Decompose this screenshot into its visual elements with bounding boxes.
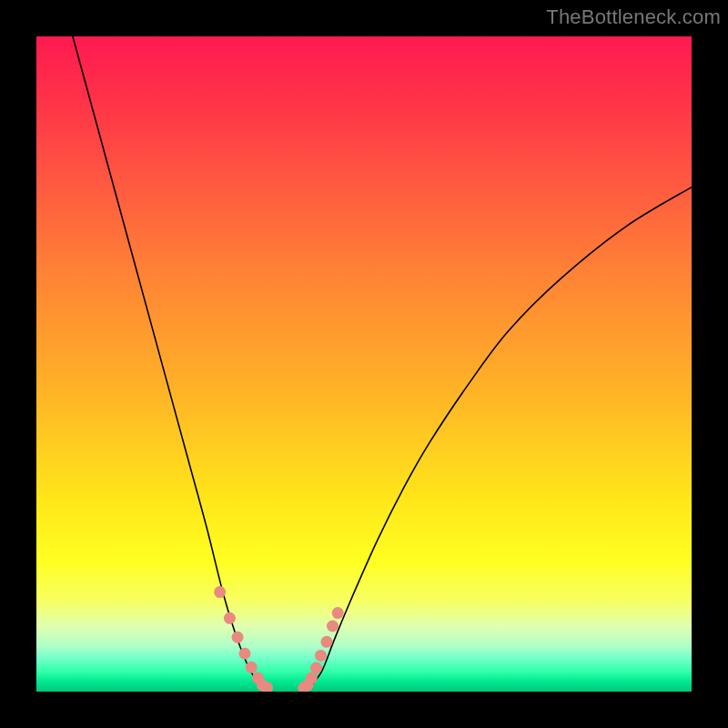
beads-right: [298, 607, 343, 692]
bead: [332, 607, 344, 619]
curve-left: [69, 36, 262, 688]
beads-left: [214, 586, 273, 692]
bead: [246, 662, 258, 673]
curve-right: [308, 187, 692, 689]
bead: [214, 586, 226, 598]
bead: [232, 632, 244, 643]
curve-layer: [36, 36, 692, 692]
bead: [310, 662, 322, 674]
chart-frame: TheBottleneck.com: [0, 0, 728, 728]
bead: [238, 648, 250, 660]
bead: [327, 621, 339, 632]
plot-area: [36, 36, 692, 692]
bead: [224, 612, 236, 624]
watermark-text: TheBottleneck.com: [546, 5, 721, 29]
bead: [315, 650, 327, 662]
bead: [320, 636, 332, 648]
